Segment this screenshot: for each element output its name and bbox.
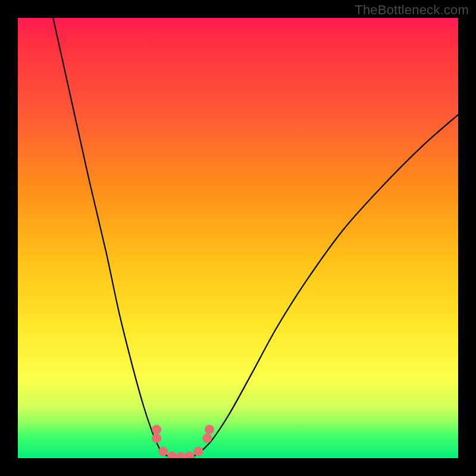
valley-marker (205, 425, 214, 434)
plot-area (18, 18, 458, 458)
valley-marker (202, 434, 212, 443)
valley-marker (152, 434, 161, 443)
valley-marker (176, 452, 186, 458)
chart-frame: TheBottleneck.com (0, 0, 476, 476)
valley-marker (193, 447, 203, 456)
valley-marker (185, 452, 195, 458)
valley-marker (167, 452, 177, 458)
valley-markers (152, 425, 214, 458)
valley-marker (158, 447, 168, 456)
valley-marker (152, 425, 161, 434)
curve-svg (18, 18, 458, 458)
watermark-text: TheBottleneck.com (355, 2, 469, 18)
bottleneck-curve (53, 18, 458, 458)
